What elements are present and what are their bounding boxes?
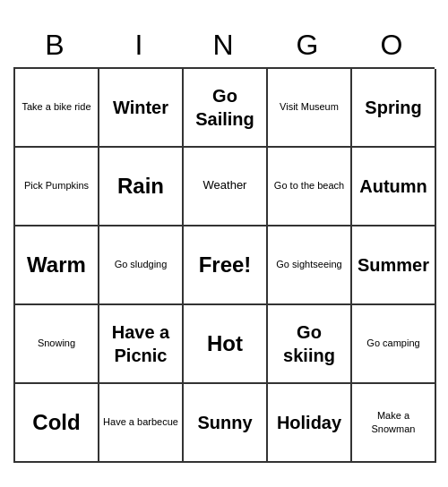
cell-text-13: Go sightseeing [276, 258, 341, 270]
bingo-cell-7[interactable]: Weather [184, 148, 268, 226]
bingo-cell-23[interactable]: Holiday [268, 384, 352, 463]
bingo-grid: Take a bike rideWinterGo SailingVisit Mu… [13, 67, 435, 463]
cell-text-8: Go to the beach [274, 179, 344, 192]
bingo-cell-17[interactable]: Hot [184, 305, 268, 384]
bingo-cell-11[interactable]: Go sludging [99, 226, 184, 305]
cell-text-23: Holiday [277, 411, 341, 434]
cell-text-7: Weather [203, 178, 247, 193]
bingo-cell-2[interactable]: Go Sailing [184, 69, 268, 148]
bingo-cell-1[interactable]: Winter [99, 69, 184, 148]
bingo-cell-22[interactable]: Sunny [184, 384, 268, 463]
cell-text-18: Go skiing [271, 320, 347, 367]
bingo-cell-18[interactable]: Go skiing [268, 305, 352, 384]
bingo-cell-6[interactable]: Rain [99, 148, 184, 226]
header-n: N [184, 29, 264, 62]
bingo-cell-16[interactable]: Have a Picnic [99, 305, 184, 384]
bingo-cell-21[interactable]: Have a barbecue [99, 384, 184, 463]
bingo-cell-8[interactable]: Go to the beach [268, 148, 352, 226]
header-o: O [352, 29, 433, 62]
cell-text-12: Free! [199, 251, 252, 278]
cell-text-20: Cold [32, 408, 80, 436]
bingo-cell-19[interactable]: Go camping [352, 305, 436, 384]
cell-text-11: Go sludging [115, 258, 168, 270]
cell-text-4: Spring [365, 96, 421, 119]
header-g: G [268, 29, 349, 62]
cell-text-22: Sunny [197, 411, 252, 434]
cell-text-10: Warm [27, 251, 86, 278]
cell-text-6: Rain [117, 172, 164, 200]
cell-text-3: Visit Museum [280, 100, 339, 113]
bingo-cell-24[interactable]: Make a Snowman [352, 384, 436, 463]
cell-text-15: Snowing [38, 337, 75, 349]
header-b: B [15, 29, 96, 62]
bingo-cell-5[interactable]: Pick Pumpkins [15, 148, 99, 226]
cell-text-14: Summer [358, 253, 429, 277]
cell-text-0: Take a bike ride [22, 100, 90, 113]
bingo-header: B I N G O [13, 25, 435, 67]
bingo-cell-14[interactable]: Summer [352, 226, 436, 305]
bingo-cell-15[interactable]: Snowing [15, 305, 99, 384]
cell-text-21: Have a barbecue [103, 415, 178, 428]
header-i: I [99, 29, 180, 62]
cell-text-17: Hot [207, 329, 243, 357]
cell-text-5: Pick Pumpkins [24, 179, 89, 192]
cell-text-19: Go camping [366, 337, 419, 349]
bingo-cell-4[interactable]: Spring [352, 69, 436, 148]
bingo-cell-13[interactable]: Go sightseeing [268, 226, 352, 305]
bingo-cell-12[interactable]: Free! [184, 226, 268, 305]
bingo-cell-20[interactable]: Cold [15, 384, 99, 463]
bingo-card: B I N G O Take a bike rideWinterGo Saili… [13, 25, 435, 463]
cell-text-9: Autumn [359, 175, 427, 198]
cell-text-24: Make a Snowman [356, 409, 431, 435]
cell-text-16: Have a Picnic [103, 320, 178, 367]
bingo-cell-10[interactable]: Warm [15, 226, 99, 305]
bingo-cell-0[interactable]: Take a bike ride [15, 69, 99, 148]
bingo-cell-9[interactable]: Autumn [352, 148, 436, 226]
cell-text-1: Winter [113, 96, 168, 119]
bingo-cell-3[interactable]: Visit Museum [268, 69, 352, 148]
cell-text-2: Go Sailing [187, 84, 263, 131]
